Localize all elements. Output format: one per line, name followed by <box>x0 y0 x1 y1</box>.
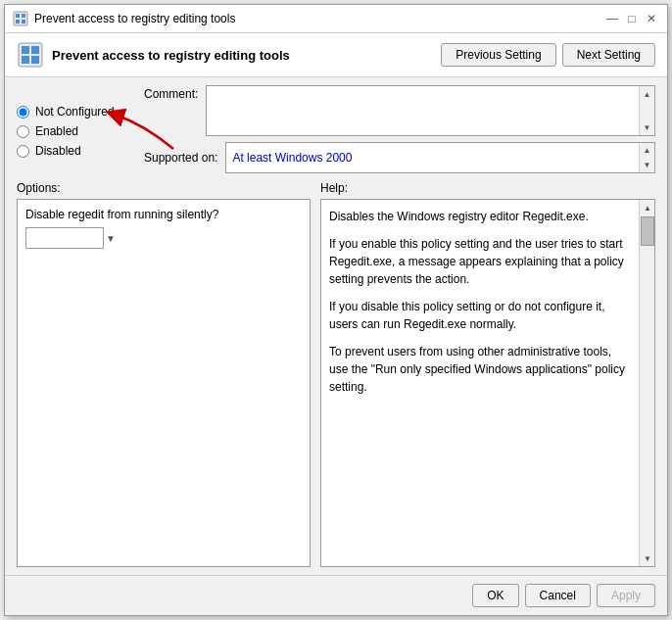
comment-scrollbar[interactable]: ▲ ▼ <box>639 86 654 135</box>
svg-rect-1 <box>16 14 20 18</box>
help-section-label: Help: <box>320 181 348 195</box>
header-title: Prevent access to registry editing tools <box>52 48 290 63</box>
maximize-button[interactable]: □ <box>624 11 640 26</box>
help-paragraph-2: If you enable this policy setting and th… <box>329 235 631 288</box>
svg-rect-6 <box>22 46 29 54</box>
radio-not-configured-input[interactable] <box>17 106 29 119</box>
options-panel: Disable regedit from running silently? ▼ <box>17 199 311 567</box>
svg-rect-8 <box>22 56 29 64</box>
apply-button[interactable]: Apply <box>597 584 655 607</box>
radio-disabled-input[interactable] <box>17 145 29 158</box>
dropdown-arrow-icon: ▼ <box>106 233 116 244</box>
previous-setting-button[interactable]: Previous Setting <box>441 43 555 67</box>
radio-group: Not Configured Enabled Disabled <box>17 85 134 173</box>
supported-scroll-up[interactable]: ▲ <box>640 143 655 158</box>
help-content: Disables the Windows registry editor Reg… <box>321 200 639 566</box>
supported-scrollbar: ▲ ▼ <box>639 143 654 172</box>
options-question: Disable regedit from running silently? <box>25 208 302 221</box>
svg-rect-9 <box>31 56 39 64</box>
supported-scroll-down[interactable]: ▼ <box>640 158 655 172</box>
help-panel: Disables the Windows registry editor Reg… <box>320 199 655 567</box>
title-text: Prevent access to registry editing tools <box>34 12 235 25</box>
help-scroll-up[interactable]: ▲ <box>640 200 655 215</box>
help-scroll-down[interactable]: ▼ <box>640 550 655 566</box>
comment-label: Comment: <box>144 85 198 101</box>
enabled-label: Enabled <box>35 124 78 138</box>
radio-enabled-input[interactable] <box>17 125 29 138</box>
cancel-button[interactable]: Cancel <box>525 584 591 607</box>
help-scroll-thumb <box>641 216 654 246</box>
help-paragraph-1: Disables the Windows registry editor Reg… <box>329 208 631 225</box>
svg-rect-7 <box>31 46 39 54</box>
header-buttons: Previous Setting Next Setting <box>441 43 655 67</box>
supported-value-box: At least Windows 2000 ▲ ▼ <box>225 142 655 173</box>
section-labels: Options: Help: <box>17 181 655 195</box>
title-bar: Prevent access to registry editing tools… <box>5 5 667 33</box>
header-left: Prevent access to registry editing tools <box>17 41 290 69</box>
main-window: Prevent access to registry editing tools… <box>4 4 668 616</box>
options-dropdown[interactable] <box>25 227 104 249</box>
window-icon <box>13 11 28 26</box>
comment-scroll-thumb-area <box>640 102 654 119</box>
supported-value: At least Windows 2000 <box>226 147 639 168</box>
title-controls: — □ ✕ <box>604 11 659 26</box>
help-scrollbar: ▲ ▼ <box>639 200 654 566</box>
ok-button[interactable]: OK <box>472 584 518 607</box>
radio-disabled[interactable]: Disabled <box>17 144 134 158</box>
options-dropdown-wrapper: ▼ <box>25 227 302 249</box>
top-section: Not Configured Enabled Disabled C <box>17 85 655 173</box>
header-bar: Prevent access to registry editing tools… <box>5 33 667 77</box>
radio-enabled[interactable]: Enabled <box>17 124 134 138</box>
help-scroll-thumb-area <box>640 215 654 550</box>
options-section-label: Options: <box>17 181 311 195</box>
right-panel: Comment: ▲ ▼ Supported on: <box>144 85 655 173</box>
comment-scroll-up[interactable]: ▲ <box>640 86 655 102</box>
help-paragraph-3: If you disable this policy setting or do… <box>329 298 631 333</box>
svg-rect-2 <box>22 14 25 18</box>
supported-section: Supported on: At least Windows 2000 ▲ ▼ <box>144 142 655 173</box>
next-setting-button[interactable]: Next Setting <box>562 43 655 67</box>
not-configured-label: Not Configured <box>35 105 115 119</box>
comment-box: ▲ ▼ <box>206 85 655 136</box>
close-button[interactable]: ✕ <box>644 11 659 26</box>
supported-label: Supported on: <box>144 151 217 165</box>
svg-rect-3 <box>16 20 20 24</box>
help-paragraph-4: To prevent users from using other admini… <box>329 343 631 396</box>
minimize-button[interactable]: — <box>604 11 620 26</box>
radio-not-configured[interactable]: Not Configured <box>17 105 134 119</box>
content-area: Not Configured Enabled Disabled C <box>5 77 667 575</box>
svg-rect-4 <box>22 20 25 24</box>
disabled-label: Disabled <box>35 144 81 158</box>
title-bar-left: Prevent access to registry editing tools <box>13 11 235 26</box>
comment-scroll-down[interactable]: ▼ <box>640 119 655 135</box>
policy-icon <box>17 41 44 69</box>
comment-section: Comment: ▲ ▼ <box>144 85 655 136</box>
footer: OK Cancel Apply <box>5 575 667 615</box>
options-content: Disable regedit from running silently? ▼ <box>18 200 310 566</box>
bottom-panels: Disable regedit from running silently? ▼… <box>17 199 655 567</box>
